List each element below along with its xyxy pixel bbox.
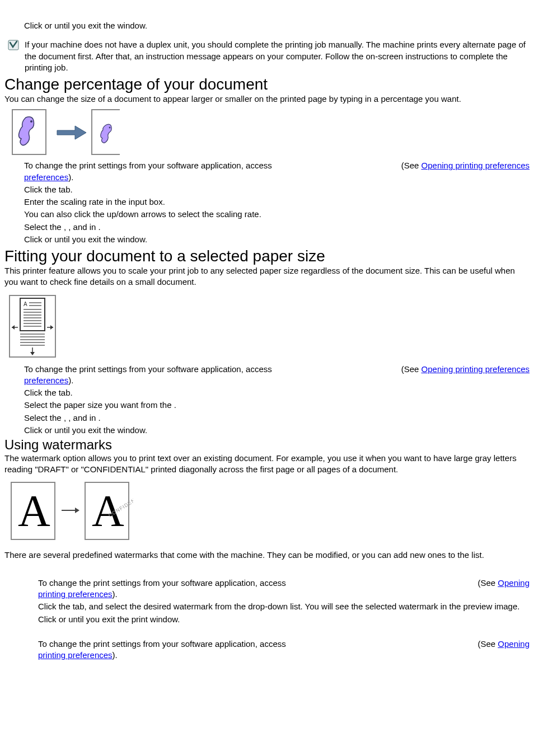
link-printing-preferences[interactable]: printing preferences [38, 650, 113, 660]
see-label: (See [477, 578, 498, 588]
step-text: Select the , , and in . [24, 222, 530, 233]
step-text: Click or until you exit the window. [24, 425, 530, 436]
step-close: ). [113, 650, 118, 660]
watermark-illustration: A A CONFIDENTIAL [8, 481, 133, 541]
step-text: To change the print settings from your s… [24, 160, 530, 183]
step-text: To change the print settings from your s… [38, 577, 530, 600]
svg-marker-3 [57, 126, 86, 139]
heading-change-percentage: Change percentage of your document [4, 76, 530, 93]
svg-marker-32 [75, 508, 79, 513]
link-opening-preferences[interactable]: Opening printing preferences [421, 161, 530, 170]
heading-fitting-document: Fitting your document to a selected pape… [4, 247, 530, 265]
see-label: (See [401, 161, 421, 170]
step-prefix: To change the print settings from your s… [24, 161, 272, 170]
step-text: Click or until you exit the window. [24, 234, 530, 245]
step-text: You can also click the up/down arrows to… [24, 209, 530, 220]
step-close: ). [68, 375, 73, 385]
step-text: Click the tab, and select the desired wa… [38, 601, 530, 612]
note-icon [8, 40, 19, 50]
step-close: ). [113, 589, 118, 599]
svg-point-2 [30, 120, 32, 123]
link-opening-preferences[interactable]: Opening printing preferences [421, 364, 530, 374]
step-prefix: To change the print settings from your s… [38, 578, 286, 588]
note-text: If your machine does not have a duplex u… [25, 39, 530, 73]
step-close: ). [68, 172, 73, 182]
svg-text:A: A [24, 301, 27, 307]
step-prefix: To change the print settings from your s… [24, 364, 272, 374]
paragraph-text: There are several predefined watermarks … [4, 550, 530, 561]
svg-text:A: A [18, 486, 50, 536]
step-text: Click the tab. [24, 184, 530, 195]
intro-text: The watermark option allows you to print… [4, 453, 530, 476]
step-text: Select the , , and in . [24, 412, 530, 424]
svg-point-5 [109, 127, 111, 129]
link-opening[interactable]: Opening [498, 639, 530, 649]
heading-using-watermarks: Using watermarks [4, 437, 530, 453]
intro-text: This printer feature allows you to scale… [4, 265, 530, 288]
link-preferences-continued[interactable]: preferences [24, 375, 68, 385]
step-text: Click or until you exit the window. [24, 20, 530, 31]
link-opening[interactable]: Opening [498, 578, 530, 588]
step-text: To change the print settings from your s… [38, 638, 530, 661]
link-printing-preferences[interactable]: printing preferences [38, 589, 113, 599]
step-text: Enter the scaling rate in the input box. [24, 196, 530, 208]
step-text: Click or until you exit the print window… [38, 614, 530, 625]
see-label: (See [401, 364, 421, 374]
step-text: Click the tab. [24, 387, 530, 398]
intro-text: You can change the size of a document to… [4, 93, 530, 105]
step-text: Select the paper size you want from the … [24, 400, 530, 411]
see-label: (See [477, 639, 498, 649]
link-preferences-continued[interactable]: preferences [24, 172, 68, 182]
scale-illustration [8, 109, 120, 157]
note-callout: If your machine does not have a duplex u… [8, 39, 530, 73]
fit-illustration: A [8, 294, 57, 360]
step-prefix: To change the print settings from your s… [38, 639, 286, 649]
step-text: To change the print settings from your s… [24, 364, 530, 387]
